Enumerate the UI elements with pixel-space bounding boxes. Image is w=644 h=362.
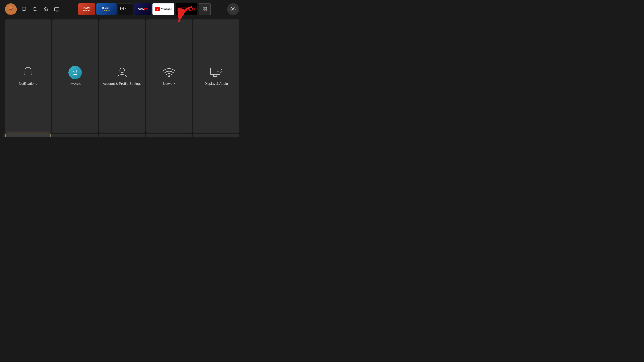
display-sound-icon xyxy=(210,66,223,79)
youtube-label: YouTube xyxy=(161,8,172,11)
app-bbc[interactable]: tv tv xyxy=(118,3,133,15)
search-icon[interactable] xyxy=(31,5,38,13)
grid-item-applications[interactable]: Applications xyxy=(5,134,51,137)
display-label: Display & Audio xyxy=(204,81,228,86)
app-youtube[interactable]: YouTube xyxy=(152,3,174,15)
nav-apps: KAYOSPORTS Disney+hotstar tv tv SONYLIV xyxy=(66,3,224,15)
person-icon xyxy=(116,66,128,79)
svg-line-6 xyxy=(36,10,37,11)
top-nav: KAYOSPORTS Disney+hotstar tv tv SONYLIV xyxy=(0,0,244,18)
svg-rect-18 xyxy=(205,10,207,11)
svg-rect-17 xyxy=(203,10,204,11)
network-label: Network xyxy=(163,81,175,86)
avatar[interactable] xyxy=(5,3,17,15)
grid-item-profiles[interactable]: Profiles xyxy=(52,19,98,133)
svg-point-21 xyxy=(74,70,76,73)
grid-item-network[interactable]: Network xyxy=(146,19,192,133)
person-circle-icon xyxy=(68,66,82,79)
settings-grid: Notifications Profiles Account & Profile… xyxy=(0,18,244,137)
grid-item-equipment[interactable]: Equipment Control xyxy=(52,134,98,137)
svg-line-31 xyxy=(220,72,222,73)
grid-item-alexa[interactable]: Alexa xyxy=(193,134,239,137)
nav-left xyxy=(5,3,60,15)
app-netflix[interactable]: NETFLIX xyxy=(176,3,198,15)
svg-line-26 xyxy=(213,74,214,76)
app-more-grid[interactable] xyxy=(199,3,211,15)
netflix-label: NETFLIX xyxy=(177,6,196,12)
wifi-icon xyxy=(162,66,176,79)
svg-point-5 xyxy=(33,7,36,10)
svg-text:tv: tv xyxy=(125,8,126,9)
svg-rect-15 xyxy=(203,7,204,9)
app-hotstar[interactable]: Disney+hotstar xyxy=(96,3,116,15)
app-sonyliv[interactable]: SONYLIV xyxy=(134,3,151,15)
grid-item-remotes[interactable]: Remotes & Bluetooth Devices xyxy=(146,134,192,137)
svg-rect-16 xyxy=(205,7,207,9)
svg-point-24 xyxy=(168,75,170,77)
grid-item-display[interactable]: Display & Audio xyxy=(193,19,239,133)
grid-item-livetv[interactable]: Live TV xyxy=(99,134,145,137)
svg-text:tv: tv xyxy=(122,8,123,9)
notifications-label: Notifications xyxy=(19,81,37,86)
bell-icon xyxy=(22,66,34,79)
svg-marker-14 xyxy=(157,8,158,10)
svg-rect-7 xyxy=(54,8,59,11)
bookmark-icon[interactable] xyxy=(20,5,28,13)
home-icon[interactable] xyxy=(42,5,50,13)
svg-point-19 xyxy=(232,8,234,10)
account-label: Account & Profile Settings xyxy=(103,81,142,86)
svg-line-27 xyxy=(216,74,218,76)
tv-icon[interactable] xyxy=(53,5,60,13)
svg-point-3 xyxy=(9,6,13,9)
grid-item-notifications[interactable]: Notifications xyxy=(5,19,51,133)
profiles-label: Profiles xyxy=(70,82,81,86)
app-kayo[interactable]: KAYOSPORTS xyxy=(78,3,95,15)
svg-point-22 xyxy=(120,68,124,72)
svg-point-4 xyxy=(8,10,14,14)
grid-item-account[interactable]: Account & Profile Settings xyxy=(99,19,145,133)
settings-gear-button[interactable] xyxy=(227,3,239,15)
svg-line-29 xyxy=(220,69,222,70)
